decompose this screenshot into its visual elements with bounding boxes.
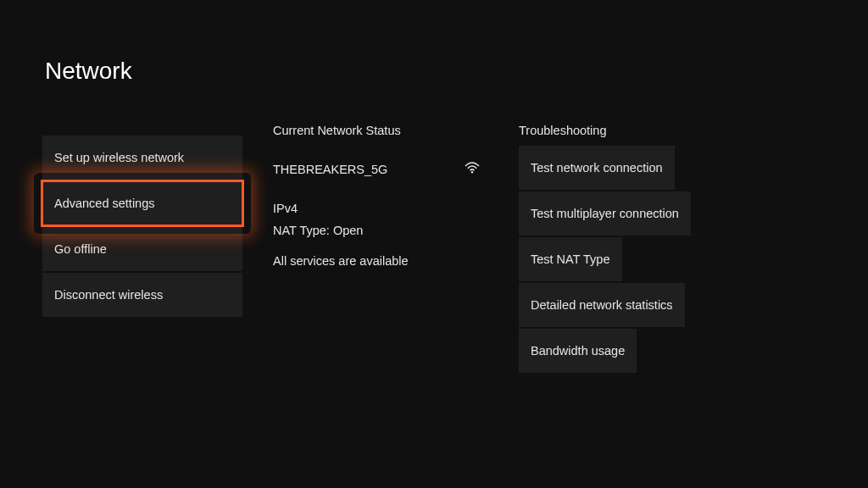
- troubleshooting-heading: Troubleshooting: [519, 124, 719, 137]
- network-status-panel: Current Network Status THEBREAKERS_5G IP…: [273, 119, 488, 374]
- left-menu: Set up wireless network Advanced setting…: [42, 136, 242, 374]
- advanced-settings-button[interactable]: Advanced settings: [42, 181, 242, 225]
- page-title: Network: [0, 0, 868, 85]
- troubleshooting-panel: Troubleshooting Test network connection …: [519, 119, 719, 374]
- test-network-connection-button[interactable]: Test network connection: [519, 146, 675, 190]
- ip-version: IPv4: [273, 202, 488, 215]
- detailed-network-statistics-button[interactable]: Detailed network statistics: [519, 283, 685, 327]
- disconnect-wireless-button[interactable]: Disconnect wireless: [42, 273, 242, 317]
- bandwidth-usage-button[interactable]: Bandwidth usage: [519, 329, 637, 373]
- setup-wireless-button[interactable]: Set up wireless network: [42, 136, 242, 180]
- test-multiplayer-connection-button[interactable]: Test multiplayer connection: [519, 191, 691, 236]
- wifi-icon: [465, 161, 480, 178]
- status-heading: Current Network Status: [273, 124, 488, 137]
- network-name: THEBREAKERS_5G: [273, 163, 387, 176]
- go-offline-button[interactable]: Go offline: [42, 227, 242, 271]
- services-status: All services are available: [273, 254, 488, 268]
- nat-type: NAT Type: Open: [273, 224, 488, 237]
- svg-point-0: [471, 171, 473, 173]
- test-nat-type-button[interactable]: Test NAT Type: [519, 237, 622, 281]
